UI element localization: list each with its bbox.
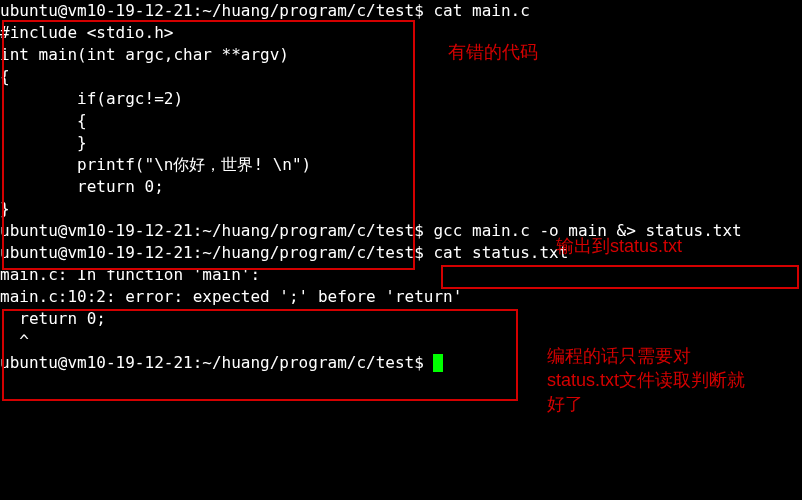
command-text: cat status.txt xyxy=(433,243,568,262)
error-line: main.c:10:2: error: expected ';' before … xyxy=(0,286,802,308)
annotation-box-code xyxy=(2,20,415,270)
annotation-label-gcc: 输出到status.txt xyxy=(556,234,682,258)
annotation-box-status xyxy=(2,309,518,401)
shell-prompt: ubuntu@vm10-19-12-21:~/huang/program/c/t… xyxy=(0,1,433,20)
terminal-window: ubuntu@vm10-19-12-21:~/huang/program/c/t… xyxy=(0,0,802,500)
terminal-line: ubuntu@vm10-19-12-21:~/huang/program/c/t… xyxy=(0,0,802,22)
command-text: cat main.c xyxy=(433,1,529,20)
annotation-label-code: 有错的代码 xyxy=(448,40,538,64)
annotation-label-status: 编程的话只需要对 status.txt文件读取判断就 好了 xyxy=(547,344,745,416)
annotation-box-gcc xyxy=(441,265,799,289)
